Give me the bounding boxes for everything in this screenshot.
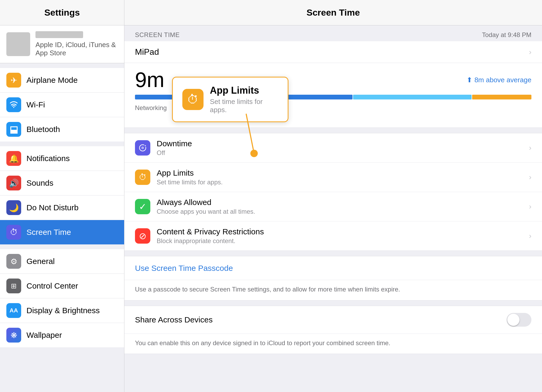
sidebar-item-sounds[interactable]: 🔊 Sounds [0, 171, 124, 195]
contentprivacy-title: Content & Privacy Restrictions [157, 227, 523, 236]
contentprivacy-icon: ⊘ [135, 228, 150, 244]
usage-category-networking: Networking [135, 104, 167, 120]
airplane-icon: ✈ [6, 73, 21, 88]
applimits-subtitle: Set time limits for apps. [157, 179, 523, 186]
bluetooth-icon: ⬓ [6, 122, 21, 137]
account-sub-label: Apple ID, iCloud, iTunes & App Store [35, 41, 118, 57]
alwaysallowed-subtitle: Choose apps you want at all times. [157, 208, 523, 215]
sidebar-item-label: Notifications [26, 154, 70, 163]
sidebar-item-bluetooth[interactable]: ⬓ Bluetooth [0, 117, 124, 142]
usage-bar-creativity [353, 95, 472, 99]
section-label-row: SCREEN TIME Today at 9:48 PM [124, 25, 542, 41]
screen-time-panel: Screen Time SCREEN TIME Today at 9:48 PM… [124, 0, 542, 392]
settings-header: Settings [0, 0, 124, 25]
tooltip-arrow [246, 114, 315, 167]
sidebar-item-label: Sounds [26, 179, 53, 188]
screen-time-menu-list: Downtime Off › ⏱ App Limits Set time lim… [124, 133, 542, 251]
donotdisturb-icon: 🌙 [6, 200, 21, 215]
settings-group-3: ⚙ General ⊞ Control Center AA Display & … [0, 249, 124, 347]
tooltip-subtitle: Set time limits for apps. [210, 98, 278, 114]
menu-item-applimits[interactable]: ⏱ App Limits Set time limits for apps. › [124, 163, 542, 192]
chevron-icon: › [529, 144, 531, 152]
settings-group-2: 🔔 Notifications 🔊 Sounds 🌙 Do Not Distur… [0, 146, 124, 244]
alwaysallowed-text: Always Allowed Choose apps you want at a… [157, 198, 523, 215]
share-toggle[interactable] [507, 313, 531, 327]
device-name: MiPad [135, 47, 159, 57]
wallpaper-icon: ❋ [6, 328, 21, 343]
chevron-icon: › [529, 202, 531, 211]
share-section: Share Across Devices You can enable this… [124, 306, 542, 354]
applimits-title: App Limits [157, 168, 523, 177]
downtime-icon [135, 140, 150, 156]
sidebar-item-label: Wallpaper [26, 331, 62, 340]
sidebar-item-general[interactable]: ⚙ General [0, 249, 124, 274]
tooltip-applimits-icon: ⏱ [182, 89, 204, 110]
share-desc: You can enable this on any device signed… [124, 334, 542, 354]
sidebar-item-wifi[interactable]: Wi-Fi [0, 93, 124, 117]
notifications-icon: 🔔 [6, 151, 21, 166]
share-row: Share Across Devices [124, 306, 542, 334]
account-row[interactable]: Apple ID, iCloud, iTunes & App Store [0, 25, 124, 63]
downtime-title: Downtime [157, 139, 523, 148]
alwaysallowed-icon: ✓ [135, 199, 150, 214]
menu-item-contentprivacy[interactable]: ⊘ Content & Privacy Restrictions Block i… [124, 221, 542, 250]
device-row[interactable]: MiPad › [124, 41, 542, 63]
contentprivacy-subtitle: Block inappropriate content. [157, 237, 523, 245]
sidebar-item-label: Do Not Disturb [26, 203, 79, 212]
usage-big-time: 9m [135, 69, 164, 90]
tooltip-title: App Limits [210, 85, 278, 96]
sounds-icon: 🔊 [6, 176, 21, 190]
passcode-link[interactable]: Use Screen Time Passcode [135, 264, 233, 272]
applimits-text: App Limits Set time limits for apps. [157, 168, 523, 186]
svg-point-1 [141, 147, 144, 149]
svg-point-4 [250, 150, 258, 157]
section-label: SCREEN TIME [135, 31, 180, 39]
menu-item-downtime[interactable]: Downtime Off › [124, 133, 542, 163]
sidebar-item-label: Bluetooth [26, 125, 60, 134]
share-title: Share Across Devices [135, 315, 213, 324]
sidebar-item-airplane[interactable]: ✈ Airplane Mode [0, 68, 124, 93]
usage-bar-entertainment [472, 95, 531, 99]
contentprivacy-text: Content & Privacy Restrictions Block ina… [157, 227, 523, 245]
sidebar-item-label: Display & Brightness [26, 306, 100, 315]
passcode-link-row[interactable]: Use Screen Time Passcode [124, 256, 542, 280]
displaybrightness-icon: AA [6, 303, 21, 318]
sidebar-item-label: Control Center [26, 281, 78, 290]
applimits-icon: ⏱ [135, 170, 150, 185]
right-wrapper: Screen Time SCREEN TIME Today at 9:48 PM… [124, 0, 542, 392]
tooltip-overlay: ⏱ App Limits Set time limits for apps. [172, 77, 288, 122]
sidebar-item-screentime[interactable]: ⏱ Screen Time [0, 220, 124, 244]
svg-line-3 [246, 114, 254, 153]
sidebar-item-displaybrightness[interactable]: AA Display & Brightness [0, 298, 124, 323]
wifi-icon [6, 97, 21, 112]
screentime-icon: ⏱ [6, 225, 21, 240]
chevron-icon: › [529, 173, 531, 181]
downtime-text: Downtime Off [157, 139, 523, 157]
general-icon: ⚙ [6, 254, 21, 269]
settings-panel: Settings Apple ID, iCloud, iTunes & App … [0, 0, 124, 392]
passcode-section: Use Screen Time Passcode Use a passcode … [124, 256, 542, 300]
menu-item-alwaysallowed[interactable]: ✓ Always Allowed Choose apps you want at… [124, 192, 542, 221]
usage-above-avg: ⬆ 8m above average [467, 76, 531, 84]
sidebar-item-label: Wi-Fi [26, 100, 45, 109]
controlcenter-icon: ⊞ [6, 279, 21, 293]
section-timestamp: Today at 9:48 PM [482, 31, 531, 39]
toggle-knob [507, 314, 520, 326]
sidebar-item-donotdisturb[interactable]: 🌙 Do Not Disturb [0, 195, 124, 220]
sidebar-item-wallpaper[interactable]: ❋ Wallpaper [0, 323, 124, 347]
sidebar-item-label: Airplane Mode [26, 76, 78, 85]
sidebar-item-label: Screen Time [26, 228, 71, 237]
alwaysallowed-title: Always Allowed [157, 198, 523, 207]
sidebar-item-label: General [26, 257, 55, 266]
downtime-subtitle: Off [157, 149, 523, 157]
avatar [6, 32, 30, 56]
chevron-icon: › [529, 232, 531, 240]
account-name-blur [35, 31, 83, 38]
passcode-desc: Use a passcode to secure Screen Time set… [124, 280, 542, 300]
chevron-icon: › [529, 48, 531, 56]
screen-time-header: Screen Time [124, 0, 542, 25]
sidebar-item-controlcenter[interactable]: ⊞ Control Center [0, 274, 124, 298]
sidebar-item-notifications[interactable]: 🔔 Notifications [0, 146, 124, 171]
settings-group: ✈ Airplane Mode Wi-Fi ⬓ Bluetooth [0, 68, 124, 142]
